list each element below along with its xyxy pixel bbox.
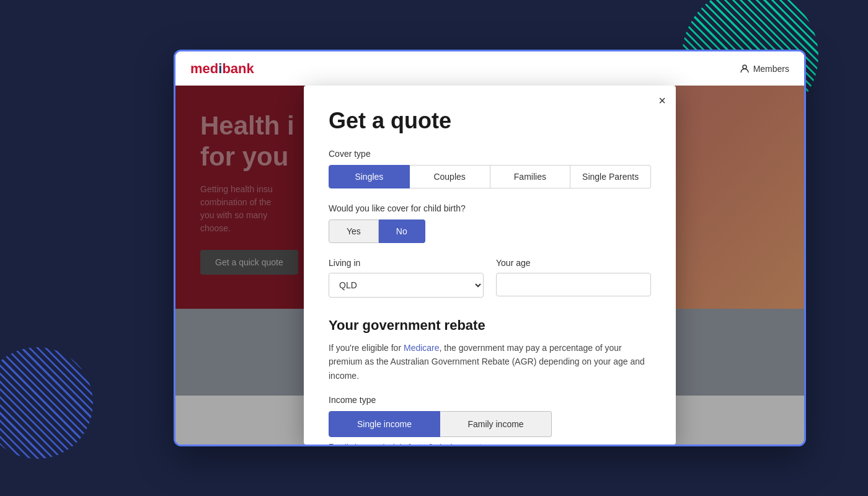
members-link[interactable]: Members <box>740 64 789 74</box>
childbirth-toggle: Yes No <box>329 219 651 243</box>
website-header: medibank Members <box>175 51 804 86</box>
browser-window: medibank Members Health ifor you Getting… <box>174 50 806 446</box>
location-age-fields: Living in QLD ACT NSW NT SA TAS VIC WA <box>329 258 651 298</box>
medibank-logo: medibank <box>190 61 254 77</box>
your-age-input[interactable] <box>496 273 651 296</box>
childbirth-question: Would you like cover for child birth? <box>329 203 651 213</box>
rebate-description: If you're eligible for Medicare, the gov… <box>329 341 651 383</box>
income-type-toggle: Single income Family income <box>329 411 651 437</box>
modal-close-button[interactable]: × <box>658 94 666 107</box>
tab-couples[interactable]: Couples <box>410 165 490 188</box>
childbirth-yes[interactable]: Yes <box>329 219 379 243</box>
tab-single-parents[interactable]: Single Parents <box>570 165 651 188</box>
living-in-group: Living in QLD ACT NSW NT SA TAS VIC WA <box>329 258 484 298</box>
logo-dot: i <box>218 61 222 76</box>
modal-title: Get a quote <box>329 108 651 134</box>
your-age-group: Your age <box>496 258 651 298</box>
cover-type-label: Cover type <box>329 149 651 159</box>
cover-type-tabs: Singles Couples Families Single Parents <box>329 165 651 188</box>
income-single[interactable]: Single income <box>329 411 440 437</box>
your-age-label: Your age <box>496 258 651 268</box>
medicare-link[interactable]: Medicare <box>404 343 440 353</box>
person-icon <box>740 64 750 74</box>
childbirth-no[interactable]: No <box>379 219 425 243</box>
get-quote-modal: × Get a quote Cover type Singles Couples… <box>304 86 676 445</box>
income-family[interactable]: Family income <box>440 411 552 437</box>
decorative-circle-bottom-left <box>0 347 93 459</box>
website-background: medibank Members Health ifor you Getting… <box>175 51 804 445</box>
rebate-title: Your government rebate <box>329 317 651 334</box>
modal-overlay: × Get a quote Cover type Singles Couples… <box>175 86 804 445</box>
rebate-section: Your government rebate If you're eligibl… <box>329 317 651 445</box>
tab-singles[interactable]: Singles <box>329 165 410 188</box>
members-label: Members <box>753 64 789 74</box>
income-type-label: Income type <box>329 395 651 405</box>
income-note: Family income incl de facto & single par… <box>329 442 651 445</box>
living-in-select[interactable]: QLD ACT NSW NT SA TAS VIC WA <box>329 273 484 298</box>
tab-families[interactable]: Families <box>490 165 571 188</box>
svg-point-0 <box>743 65 746 69</box>
living-in-label: Living in <box>329 258 484 268</box>
